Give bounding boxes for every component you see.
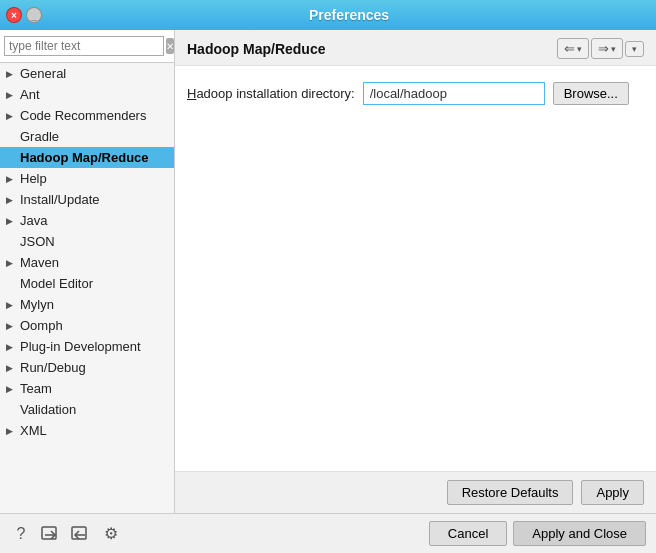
sidebar-item-model-editor[interactable]: Model Editor [0,273,174,294]
restore-defaults-button[interactable]: Restore Defaults [447,480,574,505]
content-title: Hadoop Map/Reduce [187,41,325,57]
browse-button[interactable]: Browse... [553,82,629,105]
content-actions: Restore Defaults Apply [175,471,656,513]
apply-button[interactable]: Apply [581,480,644,505]
sidebar-item-run-debug[interactable]: Run/Debug [0,357,174,378]
hadoop-dir-input[interactable] [363,82,545,105]
sidebar-item-plugin-dev[interactable]: Plug-in Development [0,336,174,357]
apply-and-close-button[interactable]: Apply and Close [513,521,646,546]
filter-bar: ✕ [0,30,174,63]
sidebar-item-mylyn[interactable]: Mylyn [0,294,174,315]
sidebar-item-validation[interactable]: Validation [0,399,174,420]
forward-dropdown-icon: ▾ [611,44,616,54]
sidebar-item-install-update[interactable]: Install/Update [0,189,174,210]
hadoop-dir-field-row: Hadoop installation directory: Browse... [187,82,644,105]
export-svg [41,525,61,543]
sidebar-item-ant[interactable]: Ant [0,84,174,105]
import-svg [71,525,91,543]
export-icon[interactable] [40,523,62,545]
sidebar-items-container: GeneralAntCode RecommendersGradleHadoop … [0,63,174,441]
back-arrow-icon: ⇐ [564,41,575,56]
bottom-bar: ? ⚙ Cancel Apply and Close [0,513,656,553]
content-body: Hadoop installation directory: Browse... [175,66,656,471]
filter-clear-button[interactable]: ✕ [166,38,174,54]
close-button[interactable]: × [6,7,22,23]
hadoop-dir-label: Hadoop installation directory: [187,86,355,101]
sidebar-item-oomph[interactable]: Oomph [0,315,174,336]
help-icon[interactable]: ? [10,523,32,545]
nav-buttons: ⇐ ▾ ⇒ ▾ ▾ [557,38,644,59]
content-area: Hadoop Map/Reduce ⇐ ▾ ⇒ ▾ ▾ [175,30,656,513]
hadoop-dir-label-underline: H [187,86,196,101]
title-bar: × _ Preferences [0,0,656,30]
window-controls: × _ [6,7,42,23]
minimize-button[interactable]: _ [26,7,42,23]
sidebar-item-help[interactable]: Help [0,168,174,189]
sidebar-item-code-recommenders[interactable]: Code Recommenders [0,105,174,126]
back-dropdown-icon: ▾ [577,44,582,54]
nav-menu-icon: ▾ [632,44,637,54]
settings-icon[interactable]: ⚙ [100,523,122,545]
bottom-buttons: Cancel Apply and Close [429,521,646,546]
sidebar-item-hadoop[interactable]: Hadoop Map/Reduce [0,147,174,168]
back-button[interactable]: ⇐ ▾ [557,38,589,59]
window-title: Preferences [48,7,650,23]
sidebar-item-team[interactable]: Team [0,378,174,399]
sidebar-item-gradle[interactable]: Gradle [0,126,174,147]
forward-arrow-icon: ⇒ [598,41,609,56]
forward-button[interactable]: ⇒ ▾ [591,38,623,59]
sidebar-item-xml[interactable]: XML [0,420,174,441]
sidebar-item-java[interactable]: Java [0,210,174,231]
sidebar-item-general[interactable]: General [0,63,174,84]
hadoop-dir-label-text: adoop installation directory: [196,86,354,101]
svg-rect-2 [72,527,86,539]
nav-menu-button[interactable]: ▾ [625,41,644,57]
sidebar: ✕ GeneralAntCode RecommendersGradleHadoo… [0,30,175,513]
sidebar-item-json[interactable]: JSON [0,231,174,252]
filter-input[interactable] [4,36,164,56]
cancel-button[interactable]: Cancel [429,521,507,546]
sidebar-item-maven[interactable]: Maven [0,252,174,273]
content-header: Hadoop Map/Reduce ⇐ ▾ ⇒ ▾ ▾ [175,30,656,66]
main-container: ✕ GeneralAntCode RecommendersGradleHadoo… [0,30,656,513]
import-icon[interactable] [70,523,92,545]
bottom-icons: ? ⚙ [10,523,122,545]
